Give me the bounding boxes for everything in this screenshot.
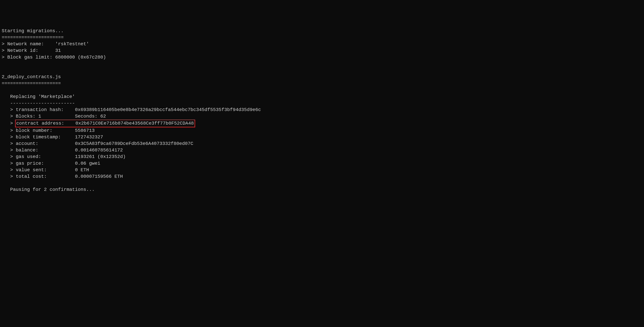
block-timestamp-value: 1727432327 (75, 134, 103, 140)
indent (2, 128, 10, 133)
indent (2, 187, 10, 192)
gas-price-label: > gas price: (10, 161, 75, 166)
total-cost-value: 0.00007159566 ETH (75, 174, 123, 179)
indent (2, 174, 10, 179)
line-replacing: Replacing 'Marketplace' (2, 94, 642, 100)
network-name-value: 'rskTestnet' (55, 42, 89, 46)
tx-hash-label: > transaction hash: (10, 107, 75, 112)
line-gas-used: > gas used: 1193261 (0x12352d) (2, 154, 642, 160)
network-name-label: > Network name: (2, 42, 55, 46)
line-blank-2 (2, 67, 642, 74)
gas-used-value: 1193261 (0x12352d) (75, 154, 126, 159)
line-block-timestamp: > block timestamp: 1727432327 (2, 134, 642, 140)
network-id-value: 31 (55, 48, 61, 53)
indent (2, 107, 10, 112)
gas-used-label: > gas used: (10, 154, 75, 159)
line-account: > account: 0x3C5A83f9ca6789DceFdb53e6A40… (2, 140, 642, 147)
replacing-text: Replacing 'Marketplace' (10, 94, 75, 99)
line-pausing: Pausing for 2 confirmations... (2, 186, 642, 193)
balance-value: 0.001460785614172 (75, 148, 123, 153)
indent (2, 134, 10, 140)
block-number-label: > block number: (10, 128, 75, 133)
contract-address-highlight: contract address: 0x2b671C0Ee716b874be43… (15, 120, 195, 127)
indent (2, 167, 10, 172)
total-cost-label: > total cost: (10, 174, 75, 179)
line-balance: > balance: 0.001460785614172 (2, 147, 642, 154)
line-blank-3 (2, 87, 642, 93)
line-network-id: > Network id: 31 (2, 47, 642, 54)
blocks-value: Seconds: 62 (75, 114, 106, 119)
line-blank-4 (2, 180, 642, 186)
line-separator: ====================== (2, 34, 642, 41)
line-total-cost: > total cost: 0.00007159566 ETH (2, 173, 642, 180)
indent (2, 141, 10, 146)
terminal-output: Starting migrations...==================… (2, 28, 642, 193)
indent (2, 121, 10, 126)
line-contract-address: > contract address: 0x2b671C0Ee716b874be… (2, 120, 642, 127)
indent (2, 100, 10, 106)
pausing-text: Pausing for 2 confirmations... (10, 187, 94, 192)
tx-hash-value: 0x69389b116405be0e8b4e7326a29bccfa544ebc… (75, 107, 261, 112)
gas-price-value: 0.06 gwei (75, 161, 100, 166)
indent (2, 161, 10, 166)
dashes: ----------------------- (10, 100, 75, 106)
value-sent-value: 0 ETH (75, 167, 89, 172)
blocks-label: > Blocks: 1 (10, 114, 75, 119)
line-blank-1 (2, 60, 642, 67)
line-starting-migrations: Starting migrations... (2, 28, 642, 34)
account-label: > account: (10, 141, 75, 146)
indent (2, 114, 10, 119)
line-block-number: > block number: 5586713 (2, 127, 642, 134)
line-blocks: > Blocks: 1 Seconds: 62 (2, 113, 642, 120)
contract-address-label: contract address: (16, 121, 76, 126)
account-value: 0x3C5A83f9ca6789DceFdb53e6A4073332f80ed0… (75, 141, 193, 146)
indent (2, 154, 10, 159)
line-value-sent: > value sent: 0 ETH (2, 167, 642, 173)
indent (2, 94, 10, 99)
contract-address-value: 0x2b671C0Ee716b874be43568Ce3ff77b0F52CDA… (76, 121, 194, 126)
block-timestamp-label: > block timestamp: (10, 134, 75, 140)
balance-label: > balance: (10, 148, 75, 153)
line-network-name: > Network name: 'rskTestnet' (2, 41, 642, 47)
line-migration-file: 2_deploy_contracts.js (2, 74, 642, 80)
block-gas-value: 6800000 (0x67c280) (55, 55, 106, 60)
block-gas-label: > Block gas limit: (2, 55, 55, 60)
block-number-value: 5586713 (75, 128, 95, 133)
line-tx-hash: > transaction hash: 0x69389b116405be0e8b… (2, 106, 642, 113)
gt: > (10, 121, 16, 126)
line-gas-price: > gas price: 0.06 gwei (2, 160, 642, 167)
line-migration-separator: ===================== (2, 80, 642, 87)
line-block-gas-limit: > Block gas limit: 6800000 (0x67c280) (2, 54, 642, 60)
value-sent-label: > value sent: (10, 167, 75, 172)
line-dashes: ----------------------- (2, 100, 642, 106)
network-id-label: > Network id: (2, 48, 55, 53)
indent (2, 148, 10, 153)
